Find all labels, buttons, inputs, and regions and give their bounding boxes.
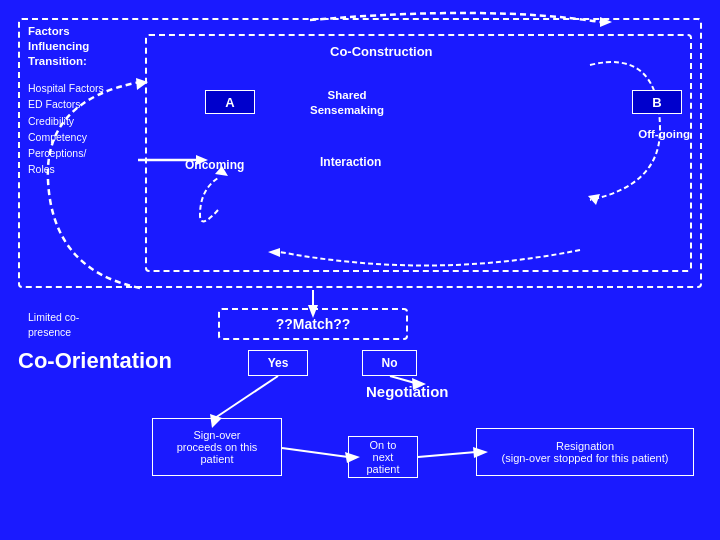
limited-co-presence: Limited co- presence [28, 310, 79, 339]
co-construction-label: Co-Construction [330, 44, 433, 59]
factor-item: Competency [28, 129, 104, 145]
on-to-next-box: On to next patient [348, 436, 418, 478]
sign-over-box: Sign-over proceeds on this patient [152, 418, 282, 476]
shared-sensemaking-label: Shared Sensemaking [310, 88, 384, 118]
block-a: A [205, 90, 255, 114]
match-label: ??Match?? [276, 316, 351, 332]
interaction-label: Interaction [320, 155, 381, 169]
factor-item: Perceptions/ [28, 145, 104, 161]
sign-over-label: Sign-over proceeds on this patient [177, 429, 258, 465]
negotiation-label: Negotiation [366, 383, 449, 400]
factor-item: Roles [28, 161, 104, 177]
resignation-box: Resignation (sign-over stopped for this … [476, 428, 694, 476]
yes-box: Yes [248, 350, 308, 376]
off-going-label: Off-going [638, 128, 690, 140]
no-box: No [362, 350, 417, 376]
oncoming-label: Oncoming [185, 158, 244, 172]
co-orientation-label: Co-Orientation [18, 348, 172, 374]
factor-item: Hospital FactorsED FactorsCredibilityCom… [28, 80, 104, 178]
factors-title: Factors Influencing Transition: [28, 24, 89, 69]
on-to-label: On to next patient [366, 439, 399, 475]
match-box: ??Match?? [218, 308, 408, 340]
inner-box [145, 34, 692, 272]
factor-item: Credibility [28, 113, 104, 129]
no-label: No [382, 356, 398, 370]
block-b: B [632, 90, 682, 114]
yes-label: Yes [268, 356, 289, 370]
factor-item: Hospital Factors [28, 80, 104, 96]
factor-item: ED Factors [28, 96, 104, 112]
resignation-label: Resignation (sign-over stopped for this … [502, 440, 669, 464]
factors-list: Hospital FactorsED FactorsCredibilityCom… [28, 80, 104, 178]
